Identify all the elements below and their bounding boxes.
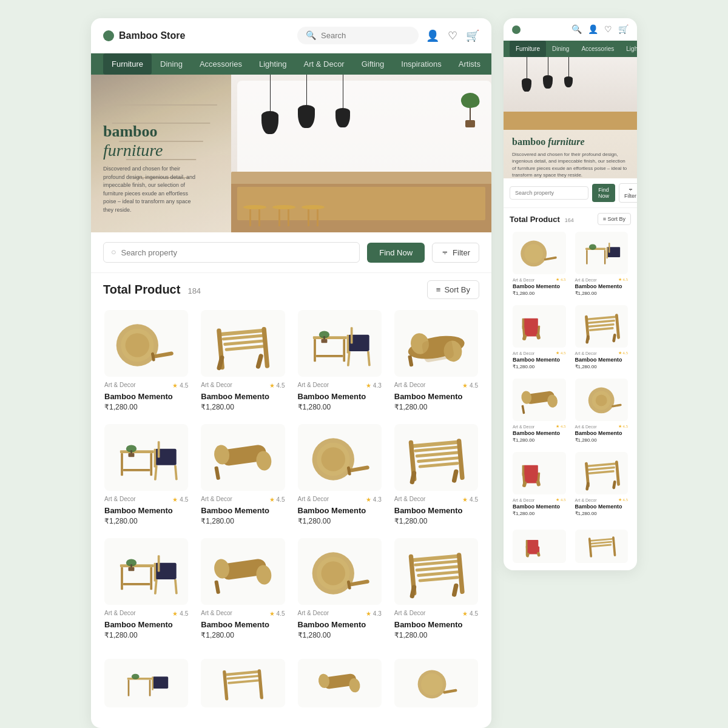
nav-item-artists[interactable]: Artists: [450, 53, 489, 75]
product-price-3: ₹1,280.00: [298, 403, 382, 411]
mobile-product-card-1[interactable]: Art & Decor ★ 4.5 Bamboo Memento ₹1,280.…: [508, 228, 570, 300]
svg-rect-148: [524, 465, 538, 474]
product-card-14[interactable]: [195, 653, 291, 718]
product-price-12: ₹1,280.00: [394, 631, 478, 639]
product-card-8[interactable]: Art & Decor ★ 4.5 Bamboo Memento ₹1,280.…: [388, 418, 484, 531]
bamboo-disc-svg-2: [302, 428, 377, 488]
product-card-4[interactable]: Art & Decor ★ 4.5 Bamboo Memento ₹1,280.…: [388, 304, 484, 417]
mobile-product-card-8[interactable]: Art & Decor ★ 4.5 Bamboo Memento ₹1,280.…: [571, 448, 633, 521]
product-card-16[interactable]: [388, 653, 484, 718]
mobile-product-image-3: [513, 305, 566, 348]
mobile-product-card-5[interactable]: Art & Decor ★ 4.5 Bamboo Memento ₹1,280.…: [508, 374, 570, 447]
product-card-3[interactable]: Art & Decor ★ 4.3 Bamboo Memento ₹1,280.…: [292, 304, 388, 417]
mobile-product-card-4[interactable]: Art & Decor ★ 4.5 Bamboo Memento ₹1,280.…: [571, 301, 633, 374]
svg-rect-50: [214, 466, 220, 480]
mobile-nav-item-lighting[interactable]: Lighting: [620, 41, 637, 57]
nav-item-art-decor[interactable]: Art & Decor: [295, 53, 353, 75]
svg-rect-41: [128, 453, 134, 457]
mobile-red-chair-svg: [517, 308, 562, 345]
mobile-sort-button[interactable]: ≡ Sort By: [598, 213, 631, 225]
product-rating-8: ★ 4.5: [462, 496, 478, 503]
bamboo-roll-svg: [399, 314, 474, 374]
svg-rect-161: [527, 540, 538, 547]
filter-button[interactable]: ⫧ Filter: [432, 243, 479, 263]
mobile-product-card-3[interactable]: Art & Decor ★ 4.5 Bamboo Memento ₹1,280.…: [508, 301, 570, 374]
nav-item-furniture[interactable]: Furniture: [103, 53, 152, 75]
total-product-count: 184: [187, 286, 201, 295]
product-price-4: ₹1,280.00: [394, 403, 478, 411]
nav-item-inspirations[interactable]: Inspirations: [393, 53, 450, 75]
product-card-7[interactable]: Art & Decor ★ 4.3 Bamboo Memento ₹1,280.…: [292, 418, 388, 531]
product-card-12[interactable]: Art & Decor ★ 4.5 Bamboo Memento ₹1,280.…: [388, 532, 484, 645]
mobile-total-bar: Total Product 164 ≡ Sort By: [504, 208, 637, 228]
search-bar[interactable]: 🔍: [297, 27, 419, 44]
mobile-product-grid: Art & Decor ★ 4.5 Bamboo Memento ₹1,280.…: [504, 228, 637, 525]
svg-rect-37: [150, 453, 152, 476]
product-card-15[interactable]: [292, 653, 388, 718]
mobile-search-input[interactable]: [510, 186, 588, 200]
product-card-6[interactable]: Art & Decor ★ 4.5 Bamboo Memento ₹1,280.…: [195, 418, 291, 531]
svg-rect-169: [612, 536, 616, 556]
mobile-product-card-10[interactable]: [571, 525, 633, 570]
heart-icon[interactable]: ♡: [448, 29, 457, 42]
search-property-input-wrapper[interactable]: ○: [103, 242, 360, 263]
nav-item-gifting[interactable]: Gifting: [353, 53, 393, 75]
bamboo-roll2-svg: [205, 428, 280, 488]
product-card-9[interactable]: Art & Decor ★ 4.5 Bamboo Memento ₹1,280.…: [98, 532, 194, 645]
sort-button[interactable]: ≡ Sort By: [427, 280, 479, 299]
mobile-product-image-8: [575, 452, 629, 494]
svg-rect-100: [152, 676, 153, 690]
product-card-13[interactable]: [98, 653, 194, 718]
svg-rect-45: [153, 448, 156, 467]
mobile-find-now-button[interactable]: Find Now: [592, 184, 615, 202]
nav-item-lighting[interactable]: Lighting: [251, 53, 295, 75]
product-card-11[interactable]: Art & Decor ★ 4.3 Bamboo Memento ₹1,280.…: [292, 532, 388, 645]
user-icon[interactable]: 👤: [426, 29, 439, 42]
svg-point-110: [421, 673, 443, 695]
mobile-filter-button[interactable]: ⫧ Filter: [619, 183, 637, 203]
mobile-user-icon[interactable]: 👤: [588, 24, 598, 35]
product-price-2: ₹1,280.00: [201, 403, 285, 411]
nav-item-accessories[interactable]: Accessories: [191, 53, 251, 75]
rating-value-10: 4.5: [277, 610, 285, 617]
pendant-lamp-2: [298, 75, 315, 128]
svg-rect-65: [120, 564, 154, 567]
mobile-product-name-6: Bamboo Memento: [575, 430, 629, 436]
cart-icon[interactable]: 🛒: [466, 29, 479, 42]
product-image-15: [298, 659, 382, 707]
product-category-12: Art & Decor: [394, 610, 426, 616]
mobile-product-cat-5: Art & Decor: [513, 425, 534, 429]
mobile-product-card-2[interactable]: Art & Decor ★ 4.5 Bamboo Memento ₹1,280.…: [571, 228, 633, 300]
product-card-5[interactable]: Art & Decor ★ 4.5 Bamboo Memento ₹1,280.…: [98, 418, 194, 531]
mobile-nav-item-dining[interactable]: Dining: [546, 41, 575, 57]
svg-point-143: [596, 395, 607, 406]
product-name-12: Bamboo Memento: [394, 620, 478, 629]
product-image-11: [298, 538, 382, 605]
mobile-product-card-6[interactable]: Art & Decor ★ 4.5 Bamboo Memento ₹1,280.…: [571, 374, 633, 447]
mobile-nav-item-accessories[interactable]: Accessories: [575, 41, 620, 57]
search-input[interactable]: [321, 31, 410, 40]
search-property-input[interactable]: [121, 248, 352, 257]
nav-item-dining[interactable]: Dining: [152, 53, 191, 75]
mobile-search-icon[interactable]: 🔍: [571, 24, 582, 35]
bamboo-desk-chair-svg: [302, 314, 377, 374]
mobile-product-name-1: Bamboo Memento: [513, 283, 566, 289]
mobile-product-price-1: ₹1,280.00: [513, 291, 566, 296]
mobile-cart-icon[interactable]: 🛒: [618, 24, 629, 35]
svg-rect-66: [121, 567, 123, 590]
mobile-product-card-7[interactable]: Art & Decor ★ 4.5 Bamboo Memento ₹1,280.…: [508, 448, 570, 521]
mobile-nav-item-furniture[interactable]: Furniture: [510, 41, 546, 57]
svg-rect-28: [347, 334, 349, 353]
product-card-2[interactable]: Art & Decor ★ 4.5 Bamboo Memento ₹1,280.…: [195, 304, 291, 417]
product-category-row-8: Art & Decor ★ 4.5: [394, 496, 478, 504]
product-card-10[interactable]: Art & Decor ★ 4.5 Bamboo Memento ₹1,280.…: [195, 532, 291, 645]
product-card-1[interactable]: Art & Decor ★ 4.5 Bamboo Memento ₹1,280.…: [98, 304, 194, 417]
svg-rect-38: [123, 469, 150, 471]
mobile-rating-1: ★ 4.5: [556, 277, 566, 282]
product-image-7: [298, 424, 382, 491]
bamboo-disc-svg-1: [109, 314, 184, 374]
find-now-button[interactable]: Find Now: [367, 243, 425, 263]
mobile-product-card-9[interactable]: [508, 525, 570, 570]
svg-rect-153: [588, 467, 615, 471]
mobile-heart-icon[interactable]: ♡: [604, 24, 612, 35]
